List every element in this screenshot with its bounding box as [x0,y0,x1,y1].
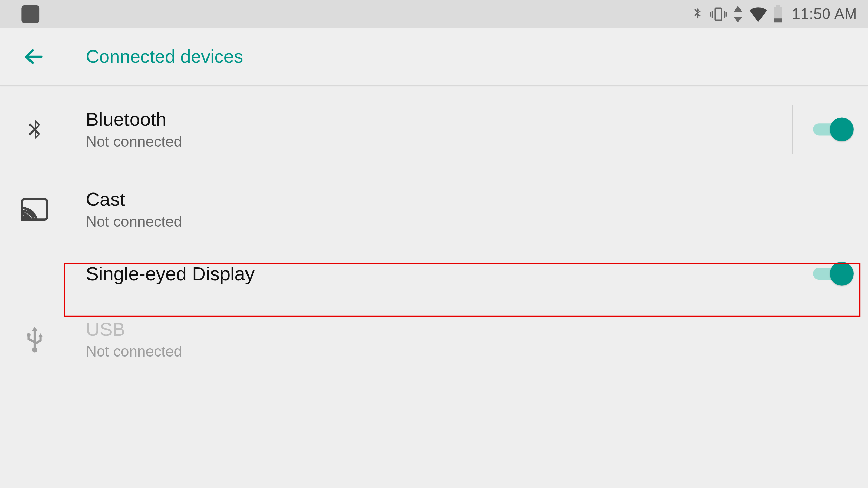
bluetooth-subtitle: Not connected [86,133,785,150]
app-header: Connected devices [0,28,868,86]
back-button[interactable] [21,45,45,68]
page-title: Connected devices [86,46,243,67]
single-eyed-toggle[interactable] [813,262,854,285]
bluetooth-status-icon [690,5,705,23]
usb-icon [19,326,50,353]
row-divider [792,105,793,154]
row-single-eyed-display[interactable]: Single-eyed Display [0,247,868,300]
arrow-left-icon [23,46,44,67]
bluetooth-texts: Bluetooth Not connected [86,108,785,150]
wifi-status-icon [749,6,768,22]
status-bar: 11:50 AM [0,0,868,28]
cast-subtitle: Not connected [86,213,853,230]
cast-icon [19,198,50,221]
single-eyed-title: Single-eyed Display [86,263,813,285]
screen: 11:50 AM Connected devices Bluetooth Not… [0,0,868,488]
cast-title: Cast [86,188,853,210]
svg-rect-7 [774,18,782,22]
usb-title: USB [86,319,853,341]
usb-subtitle: Not connected [86,343,853,360]
status-bar-right: 11:50 AM [690,5,857,23]
clock-text: 11:50 AM [792,5,857,23]
svg-rect-6 [776,5,780,7]
cast-texts: Cast Not connected [86,188,853,230]
row-cast[interactable]: Cast Not connected [0,168,868,247]
vibrate-status-icon [710,5,728,23]
status-bar-left [17,5,39,23]
battery-status-icon [773,5,784,23]
bluetooth-toggle[interactable] [813,118,854,141]
usb-texts: USB Not connected [86,319,853,360]
bluetooth-title: Bluetooth [86,108,785,130]
single-eyed-texts: Single-eyed Display [86,263,813,285]
settings-list: Bluetooth Not connected Cast Not connect… [0,86,868,374]
switch-thumb [830,262,853,285]
switch-thumb [830,118,853,141]
bluetooth-icon [19,116,50,143]
row-usb: USB Not connected [0,301,868,374]
sync-status-icon [732,6,744,22]
recent-app-icon [21,5,39,23]
row-bluetooth[interactable]: Bluetooth Not connected [0,86,868,168]
